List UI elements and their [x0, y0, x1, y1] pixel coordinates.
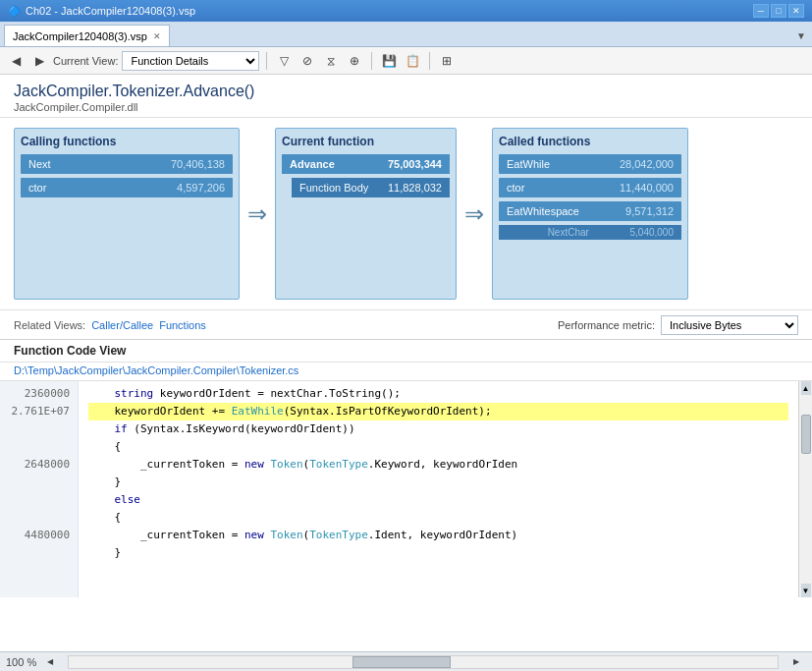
code-line-2: if (Syntax.IsKeyword(keywordOrIdent)) — [88, 420, 788, 438]
current-panel-title: Current function — [282, 135, 450, 148]
related-left: Related Views: Caller/Callee Functions — [14, 319, 206, 331]
horizontal-scrollbar[interactable] — [68, 655, 779, 669]
code-section-title: Function Code View — [0, 340, 812, 363]
tab-dropdown-button[interactable]: ▼ — [794, 25, 808, 46]
function-subtitle: JackCompiler.Compiler.dll — [14, 101, 798, 113]
filter4-button[interactable]: ⊕ — [345, 51, 364, 71]
function-title: JackCompiler.Tokenizer.Advance() — [14, 83, 798, 100]
tab-bar: JackCompiler120408(3).vsp ✕ ▼ — [0, 22, 812, 47]
forward-button[interactable]: ▶ — [29, 51, 49, 71]
line-num-2 — [8, 420, 70, 438]
layout-button[interactable]: ⊞ — [437, 51, 457, 71]
called-item-3-value: 5,040,000 — [630, 227, 675, 238]
toolbar-sep2 — [371, 52, 372, 70]
functions-link[interactable]: Functions — [159, 319, 206, 331]
title-bar-left: 🔷 Ch02 - JackCompiler120408(3).vsp — [8, 5, 195, 18]
called-item-0-value: 28,042,000 — [620, 158, 674, 170]
line-num-4: 2648000 — [8, 456, 70, 474]
title-bar-controls[interactable]: ─ □ ✕ — [753, 4, 804, 18]
calling-panel-title: Calling functions — [21, 135, 233, 148]
tab-label: JackCompiler120408(3).vsp — [13, 30, 147, 42]
current-func-name: Advance — [290, 158, 335, 170]
related-label: Related Views: — [14, 319, 85, 331]
content-header: JackCompiler.Tokenizer.Advance() JackCom… — [0, 75, 812, 118]
code-body: 2360000 2.761E+07 2648000 4480000 string… — [0, 381, 812, 597]
line-num-6 — [8, 491, 70, 509]
save-button[interactable]: 💾 — [379, 51, 399, 71]
title-bar: 🔷 Ch02 - JackCompiler120408(3).vsp ─ □ ✕ — [0, 0, 812, 22]
line-num-0: 2360000 — [8, 385, 70, 403]
zoom-level: 100 % — [6, 656, 36, 668]
app-icon: 🔷 — [8, 5, 22, 18]
line-num-1: 2.761E+07 — [8, 403, 70, 420]
called-panel-title: Called functions — [499, 135, 681, 148]
current-body-label: Function Body — [299, 182, 368, 194]
code-line-6: else — [88, 491, 788, 509]
arrow-current-to-called: ⇒ — [464, 200, 484, 228]
line-num-3 — [8, 438, 70, 456]
main-content: JackCompiler.Tokenizer.Advance() JackCom… — [0, 75, 812, 671]
current-function-panel: Current function Advance 75,003,344 Func… — [275, 128, 457, 300]
toolbar-separator — [266, 52, 267, 70]
calling-item-1-name: ctor — [28, 182, 46, 194]
related-bar: Related Views: Caller/Callee Functions P… — [0, 310, 812, 340]
current-func-header: Advance 75,003,344 — [282, 154, 450, 174]
called-item-3-name: NextChar — [548, 227, 589, 238]
called-item-1[interactable]: ctor 11,440,000 — [499, 178, 681, 197]
scroll-right-button[interactable]: ▶ — [786, 652, 806, 672]
scroll-left-button[interactable]: ◀ — [40, 652, 60, 672]
called-panel-overflow: NextChar 5,040,000 — [499, 225, 681, 240]
toolbar-sep3 — [429, 52, 430, 70]
line-numbers: 2360000 2.761E+07 2648000 4480000 — [0, 381, 79, 597]
code-path[interactable]: D:\Temp\JackCompiler\JackCompiler.Compil… — [0, 363, 812, 381]
code-line-3: { — [88, 438, 788, 456]
called-item-2[interactable]: EatWhitespace 9,571,312 — [499, 201, 681, 221]
maximize-button[interactable]: □ — [771, 4, 786, 18]
current-func-body: Function Body 11,828,032 — [292, 178, 450, 197]
status-bar: 100 % ◀ ▶ — [0, 651, 812, 671]
export-button[interactable]: 📋 — [403, 51, 422, 71]
line-num-7 — [8, 509, 70, 527]
scrollbar-up-button[interactable]: ▲ — [801, 381, 811, 395]
calling-item-0-name: Next — [28, 158, 51, 170]
back-button[interactable]: ◀ — [6, 51, 26, 71]
line-num-9 — [8, 544, 70, 562]
filter2-button[interactable]: ⊘ — [298, 51, 317, 71]
called-functions-panel: Called functions EatWhile 28,042,000 cto… — [492, 128, 688, 300]
code-section: Function Code View D:\Temp\JackCompiler\… — [0, 340, 812, 671]
calling-functions-panel: Calling functions Next 70,406,138 ctor 4… — [14, 128, 240, 300]
called-item-1-value: 11,440,000 — [620, 182, 674, 194]
calling-item-1[interactable]: ctor 4,597,206 — [21, 178, 233, 197]
filter-button[interactable]: ▽ — [274, 51, 294, 71]
called-item-0-name: EatWhile — [507, 158, 550, 170]
view-select[interactable]: Function Details — [122, 51, 259, 71]
caller-callee-link[interactable]: Caller/Callee — [91, 319, 153, 331]
scrollbar-thumb[interactable] — [801, 415, 811, 454]
calling-item-0-value: 70,406,138 — [171, 158, 225, 170]
code-line-7: { — [88, 509, 788, 527]
h-scrollbar-thumb[interactable] — [352, 656, 451, 668]
tab-close-button[interactable]: ✕ — [153, 31, 161, 41]
filter3-button[interactable]: ⧖ — [321, 51, 341, 71]
line-num-5 — [8, 474, 70, 491]
panels-area: Calling functions Next 70,406,138 ctor 4… — [0, 118, 812, 310]
title-bar-text: Ch02 - JackCompiler120408(3).vsp — [26, 5, 195, 17]
current-func-value: 75,003,344 — [388, 158, 442, 170]
scrollbar-down-button[interactable]: ▼ — [801, 584, 811, 597]
close-button[interactable]: ✕ — [788, 4, 804, 18]
called-item-2-name: EatWhitespace — [507, 205, 579, 217]
calling-item-0[interactable]: Next 70,406,138 — [21, 154, 233, 174]
minimize-button[interactable]: ─ — [753, 4, 769, 18]
toolbar: ◀ ▶ Current View: Function Details ▽ ⊘ ⧖… — [0, 47, 812, 75]
called-item-2-value: 9,571,312 — [625, 205, 674, 217]
tab-main[interactable]: JackCompiler120408(3).vsp ✕ — [4, 25, 170, 46]
code-content[interactable]: string keywordOrIdent = nextChar.ToStrin… — [79, 381, 798, 597]
code-scrollbar-vertical[interactable]: ▲ ▼ — [798, 381, 812, 597]
current-view-label: Current View: — [53, 55, 118, 67]
related-right: Performance metric: Inclusive Bytes Excl… — [558, 315, 798, 335]
perf-metric-label: Performance metric: — [558, 319, 655, 331]
called-item-0[interactable]: EatWhile 28,042,000 — [499, 154, 681, 174]
perf-metric-select[interactable]: Inclusive Bytes Exclusive Bytes Inclusiv… — [661, 315, 798, 335]
code-line-9: } — [88, 544, 788, 562]
code-line-8: _currentToken = new Token(TokenType.Iden… — [88, 527, 788, 544]
